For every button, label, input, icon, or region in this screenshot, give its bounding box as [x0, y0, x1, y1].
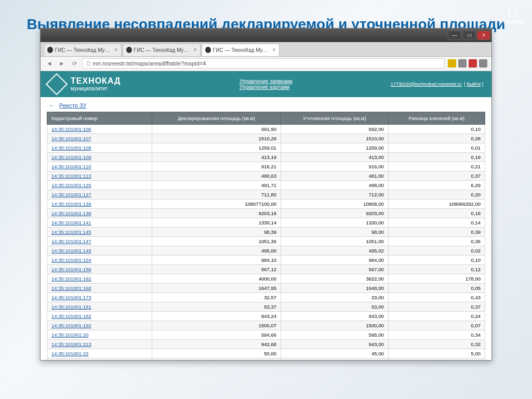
cell-refined: 53,00 [281, 302, 389, 311]
breadcrumb-link[interactable]: Реестр ЗУ [59, 102, 86, 109]
cell-refined: 595,00 [281, 330, 389, 339]
cell-refined: 1259,00 [281, 143, 389, 152]
cell-refined: 984,00 [281, 255, 389, 264]
cell-cadastral: 14:35:101001:182 [47, 311, 152, 321]
cadastral-link[interactable]: 14:35:101001:113 [51, 173, 91, 179]
link-manage-maps[interactable]: Управление картами [240, 84, 292, 90]
cell-diff: 0,01 [388, 143, 485, 152]
window-titlebar: ― ▭ ✕ [41, 29, 491, 42]
cadastral-link[interactable]: 14:35:101001:22 [51, 351, 88, 356]
browser-tab[interactable]: ГИС — ТехноКад Муницп× [44, 44, 122, 56]
reload-button[interactable]: ⟳ [70, 59, 79, 68]
tab-label: ГИС — ТехноКад Муницп [134, 47, 189, 53]
cadastral-link[interactable]: 14:35:101001:182 [51, 313, 91, 319]
cell-declared: 984,10 [152, 255, 281, 264]
cadastral-link[interactable]: 14:35:101001:107 [51, 136, 91, 141]
cadastral-link[interactable]: 14:35:101001:109 [51, 154, 91, 160]
cadastral-link[interactable]: 14:35:101001:141 [51, 220, 91, 225]
cadastral-link[interactable]: 14:35:101001:162 [51, 276, 91, 282]
cell-cadastral: 14:35:101001:108 [47, 143, 152, 152]
cadastral-link[interactable]: 14:35:101001:125 [51, 182, 91, 188]
window-maximize-button[interactable]: ▭ [462, 31, 476, 40]
cell-declared: 711,80 [152, 190, 281, 199]
cadastral-link[interactable]: 14:35:101001:136 [51, 201, 91, 207]
table-row: 14:35:101001:1624000,003822,00178,00 [47, 274, 485, 283]
user-email-link[interactable]: 1773016!@technokad.rosreestr.ru [391, 82, 461, 87]
cell-diff: 0,28 [388, 134, 485, 143]
brand-name: ТЕХНОКАД [71, 76, 121, 86]
cell-diff: 0,43 [388, 292, 485, 302]
tab-close-icon[interactable]: × [272, 46, 276, 54]
col-declared[interactable]: Декларированная площадь (кв.м) [152, 112, 281, 124]
cadastral-link[interactable]: 14:35:101001:154 [51, 257, 91, 263]
col-refined[interactable]: Уточненная площадь (кв.м) [281, 112, 389, 124]
cell-cadastral: 14:35:101001:20 [47, 330, 152, 339]
table-row: 14:35:101001:232668,65669,000,35 [47, 358, 485, 360]
cadastral-link[interactable]: 14:35:101001:147 [51, 238, 91, 244]
window-close-button[interactable]: ✕ [477, 31, 490, 40]
cell-declared: 50,00 [152, 349, 281, 358]
cell-cadastral: 14:35:101001:125 [47, 180, 152, 190]
cadastral-link[interactable]: 14:35:101001:158 [51, 267, 91, 272]
table-row: 14:35:101001:20594,66595,000,34 [47, 330, 485, 339]
cell-cadastral: 14:35:101001:148 [47, 246, 152, 255]
table-row: 14:35:101001:1081259,011259,000,01 [47, 143, 485, 152]
link-manage-requests[interactable]: Управление заявками [240, 78, 292, 84]
tab-close-icon[interactable]: × [114, 46, 118, 54]
cadastral-link[interactable]: 14:35:101001:138 [51, 210, 91, 216]
cell-diff: 0,24 [388, 311, 485, 321]
cadastral-link[interactable]: 14:35:101001:106 [51, 126, 91, 132]
cell-diff: 0,37 [388, 171, 485, 180]
cell-cadastral: 14:35:101001:141 [47, 218, 152, 227]
watermark-circle-icon [508, 7, 518, 18]
cell-refined: 692,00 [281, 124, 389, 134]
cadastral-link[interactable]: 14:35:101001:20 [51, 332, 88, 338]
cell-declared: 491,71 [152, 180, 281, 190]
cell-refined: 9203,00 [281, 208, 389, 218]
table-row: 14:35:101001:113480,63481,000,37 [47, 171, 485, 180]
favicon-icon [205, 47, 211, 53]
cadastral-link[interactable]: 14:35:101001:213 [51, 341, 91, 347]
table-row: 14:35:101001:1389203,189203,000,18 [47, 208, 485, 218]
table-row: 14:35:101001:109413,19413,000,19 [47, 152, 485, 162]
cadastral-link[interactable]: 14:35:101001:108 [51, 145, 91, 151]
cell-diff: 0,05 [388, 283, 485, 292]
col-difference[interactable]: Разница значений (кв.м) [388, 112, 485, 124]
table-row: 14:35:101001:110916,21916,000,21 [47, 162, 485, 171]
forward-button[interactable]: ► [57, 59, 66, 68]
menu-icon[interactable] [479, 59, 487, 68]
cell-diff: 0,18 [388, 208, 485, 218]
cadastral-link[interactable]: 14:35:101001:148 [51, 248, 91, 254]
browser-tabs-bar: ГИС — ТехноКад Муницп×ГИС — ТехноКад Мун… [41, 42, 491, 57]
cadastral-link[interactable]: 14:35:101001:110 [51, 164, 91, 169]
col-cadastral[interactable]: Кадастровый номер [47, 112, 152, 124]
cell-diff: 0,37 [388, 302, 485, 311]
cell-refined: 1510,00 [281, 134, 389, 143]
cadastral-link[interactable]: 14:35:101001:173 [51, 295, 91, 300]
cadastral-link[interactable]: 14:35:101001:192 [51, 323, 91, 328]
cadastral-link[interactable]: 14:35:101001:181 [51, 304, 91, 310]
cell-refined: 481,00 [281, 171, 389, 180]
cell-cadastral: 14:35:101001:22 [47, 349, 152, 358]
tab-label: ГИС — ТехноКад Муницп [55, 47, 110, 53]
tab-label: ГИС — ТехноКад Муницп [213, 47, 268, 53]
extension-icon-2[interactable] [469, 59, 477, 68]
back-button[interactable]: ◄ [45, 59, 54, 68]
table-row: 14:35:101001:1411330,141330,000,14 [47, 218, 485, 227]
url-input[interactable]: 🗋 mrr.rosreestr.tst/maps/areadifftable?m… [82, 58, 445, 69]
cell-cadastral: 14:35:101001:113 [47, 171, 152, 180]
cadastral-link[interactable]: 14:35:101001:145 [51, 229, 91, 235]
cadastral-link[interactable]: 14:35:101001:168 [51, 285, 91, 291]
cell-declared: 594,66 [152, 330, 281, 339]
breadcrumb: ← Реестр ЗУ [41, 97, 491, 112]
tab-close-icon[interactable]: × [193, 46, 197, 54]
extension-icon-1[interactable] [458, 59, 467, 68]
table-row: 14:35:101001:1071510,281510,000,28 [47, 134, 485, 143]
cell-declared: 4000,00 [152, 274, 281, 283]
browser-tab[interactable]: ГИС — ТехноКад Муницп× [123, 44, 201, 56]
cadastral-link[interactable]: 14:35:101001:127 [51, 192, 91, 197]
browser-tab[interactable]: ГИС — ТехноКад Муницп× [202, 44, 280, 56]
bookmark-icon[interactable] [448, 59, 456, 68]
window-minimize-button[interactable]: ― [448, 31, 461, 40]
logout-link[interactable]: Выйти [467, 82, 481, 87]
